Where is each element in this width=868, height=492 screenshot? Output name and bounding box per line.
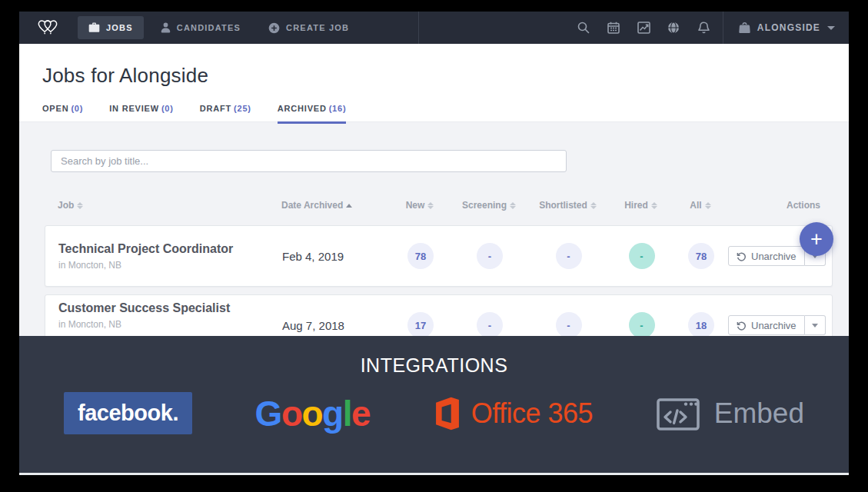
jobs-table: Job Date Archived New Screening Shortlis… (45, 193, 833, 336)
tab-count: (16) (329, 104, 347, 113)
google-letter: l (343, 393, 351, 434)
person-icon (161, 22, 171, 33)
google-letter: G (255, 393, 281, 434)
unarchive-dropdown-toggle[interactable] (805, 315, 826, 335)
header-job[interactable]: Job (45, 200, 281, 211)
globe-icon[interactable] (667, 22, 680, 35)
alongside-logo[interactable] (30, 18, 65, 38)
restore-icon (737, 321, 747, 331)
sort-asc-icon (346, 204, 352, 208)
header-new[interactable]: New (389, 200, 451, 211)
header-actions: Actions (727, 200, 833, 211)
sort-icon (705, 202, 711, 209)
office365-logo-text: Office 365 (471, 397, 593, 430)
job-location: in Moncton, NB (58, 260, 282, 271)
job-title-link[interactable]: Technical Project Coordinator (58, 242, 282, 256)
header-hired[interactable]: Hired (608, 200, 673, 211)
all-count-badge[interactable]: 18 (688, 312, 714, 336)
nav-item-label: JOBS (106, 23, 133, 32)
header-date-archived[interactable]: Date Archived (281, 200, 389, 211)
header-screening[interactable]: Screening (451, 200, 527, 211)
table-row: Customer Success Specialist in Moncton, … (45, 294, 833, 336)
hired-count-badge[interactable]: - (629, 243, 655, 269)
facebook-logo[interactable]: facebook. (64, 392, 192, 434)
restore-icon (737, 251, 747, 261)
header-all[interactable]: All (673, 200, 727, 211)
date-archived: Feb 4, 2019 (282, 250, 390, 263)
nav-item-label: CANDIDATES (177, 23, 241, 32)
bell-icon[interactable] (697, 22, 710, 35)
chart-icon[interactable] (637, 22, 650, 35)
header-shortlisted[interactable]: Shortlisted (527, 200, 608, 211)
shortlisted-count-badge[interactable]: - (556, 312, 582, 336)
sort-icon (510, 202, 516, 209)
date-archived: Aug 7, 2018 (282, 319, 390, 332)
add-job-button[interactable]: + (800, 222, 833, 256)
utility-icons (577, 22, 710, 35)
unarchive-button[interactable]: Unarchive (728, 246, 805, 266)
office365-icon (433, 397, 462, 430)
unarchive-button[interactable]: Unarchive (728, 315, 805, 335)
google-letter: e (351, 393, 370, 434)
page-title: Jobs for Alongside (42, 64, 826, 88)
nav-item-create-job[interactable]: CREATE JOB (258, 16, 360, 39)
archived-jobs-content: + Job Date Archived New Screening Shortl… (19, 122, 849, 336)
screening-count-badge[interactable]: - (477, 243, 503, 269)
tab-in-review[interactable]: IN REVIEW(0) (109, 104, 174, 124)
google-letter: o (281, 393, 302, 434)
tab-open[interactable]: OPEN(0) (42, 104, 83, 124)
tab-archived[interactable]: ARCHIVED(16) (278, 104, 347, 124)
google-letter: o (302, 393, 323, 434)
tab-count: (0) (161, 104, 174, 113)
search-input[interactable] (51, 150, 567, 172)
all-count-badge[interactable]: 78 (688, 243, 714, 269)
navbar-divider (418, 12, 419, 44)
briefcase-icon (88, 22, 100, 33)
facebook-logo-text: facebook. (78, 401, 178, 426)
office365-logo[interactable]: Office 365 (433, 397, 593, 430)
nav-item-candidates[interactable]: CANDIDATES (150, 16, 251, 39)
tab-count: (0) (71, 104, 83, 113)
unarchive-split-button: Unarchive (728, 315, 826, 335)
nav-item-label: CREATE JOB (286, 23, 349, 32)
screening-count-badge[interactable]: - (477, 312, 503, 336)
sort-icon (77, 202, 83, 209)
plus-circle-icon (268, 22, 280, 34)
caret-down-icon (812, 324, 818, 327)
sort-icon (427, 202, 434, 209)
account-menu[interactable]: ALONGSIDE (723, 12, 835, 44)
hearts-logo-icon (36, 18, 59, 38)
table-row: Technical Project Coordinator in Moncton… (45, 225, 833, 287)
integrations-title: INTEGRATIONS (19, 354, 849, 377)
embed-code-icon (656, 395, 700, 432)
embed-logo-text: Embed (714, 397, 804, 430)
embed-logo[interactable]: Embed (656, 395, 804, 432)
tab-draft[interactable]: DRAFT(25) (200, 104, 251, 124)
tab-count: (25) (234, 104, 251, 113)
partially-visible-button[interactable] (58, 336, 106, 337)
app-window: JOBS CANDIDATES CREATE JOB (19, 12, 849, 475)
page-header: Jobs for Alongside OPEN(0) IN REVIEW(0) … (19, 44, 849, 122)
company-bag-icon (739, 22, 750, 34)
shortlisted-count-badge[interactable]: - (556, 243, 582, 269)
chevron-down-icon (827, 26, 835, 30)
sort-icon (590, 202, 597, 209)
job-location: in Moncton, NB (58, 319, 282, 330)
hired-count-badge[interactable]: - (629, 312, 655, 336)
account-name: ALONGSIDE (757, 22, 820, 33)
google-logo[interactable]: G o o g l e (255, 393, 370, 434)
new-count-badge[interactable]: 78 (407, 243, 434, 269)
integration-logos: facebook. G o o g l e Office 365 (19, 392, 849, 434)
integrations-panel: INTEGRATIONS facebook. G o o g l e Offic… (19, 336, 849, 474)
jobs-tabs: OPEN(0) IN REVIEW(0) DRAFT(25) ARCHIVED(… (42, 104, 826, 124)
sort-icon (651, 202, 657, 209)
job-title-link[interactable]: Customer Success Specialist (58, 301, 282, 315)
table-header-row: Job Date Archived New Screening Shortlis… (45, 193, 833, 218)
top-navbar: JOBS CANDIDATES CREATE JOB (19, 12, 849, 44)
new-count-badge[interactable]: 17 (407, 312, 434, 336)
google-letter: g (322, 393, 343, 434)
nav-item-jobs[interactable]: JOBS (78, 16, 144, 39)
calendar-icon[interactable] (607, 22, 620, 35)
search-icon[interactable] (577, 22, 590, 35)
